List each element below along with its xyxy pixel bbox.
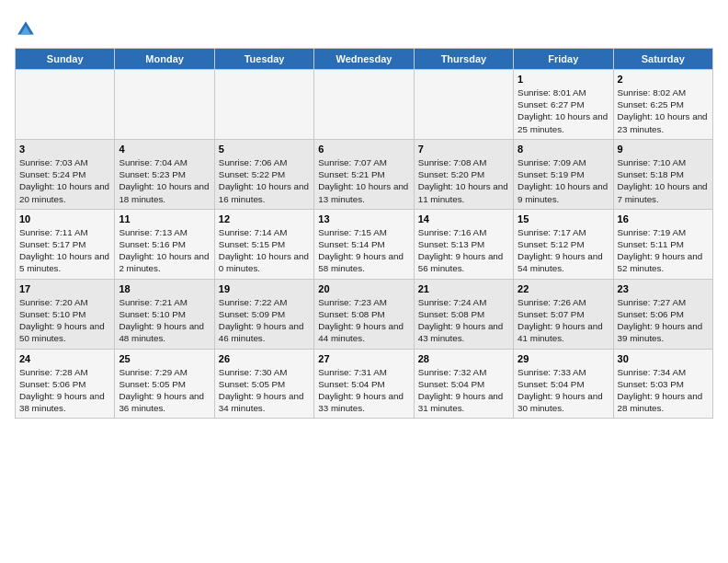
day-cell: 17Sunrise: 7:20 AM Sunset: 5:10 PM Dayli… [16, 279, 115, 349]
calendar-body: 1Sunrise: 8:01 AM Sunset: 6:27 PM Daylig… [16, 70, 713, 419]
weekday-header-monday: Monday [115, 49, 214, 70]
day-info: Sunrise: 7:30 AM Sunset: 5:05 PM Dayligh… [219, 366, 310, 415]
day-cell: 2Sunrise: 8:02 AM Sunset: 6:25 PM Daylig… [613, 70, 712, 140]
day-cell: 14Sunrise: 7:16 AM Sunset: 5:13 PM Dayli… [414, 209, 513, 279]
day-number: 26 [219, 353, 310, 364]
day-number: 27 [318, 353, 409, 364]
day-info: Sunrise: 7:32 AM Sunset: 5:04 PM Dayligh… [418, 366, 509, 415]
day-info: Sunrise: 7:24 AM Sunset: 5:08 PM Dayligh… [418, 296, 509, 345]
day-number: 18 [119, 283, 210, 294]
day-cell: 19Sunrise: 7:22 AM Sunset: 5:09 PM Dayli… [214, 279, 313, 349]
day-cell: 13Sunrise: 7:15 AM Sunset: 5:14 PM Dayli… [314, 209, 414, 279]
week-row-2: 3Sunrise: 7:03 AM Sunset: 5:24 PM Daylig… [16, 139, 713, 209]
weekday-row: SundayMondayTuesdayWednesdayThursdayFrid… [16, 49, 713, 70]
day-cell: 8Sunrise: 7:09 AM Sunset: 5:19 PM Daylig… [514, 139, 613, 209]
weekday-header-sunday: Sunday [16, 49, 115, 70]
calendar-header: SundayMondayTuesdayWednesdayThursdayFrid… [16, 49, 713, 70]
day-cell [214, 70, 313, 140]
day-cell: 15Sunrise: 7:17 AM Sunset: 5:12 PM Dayli… [514, 209, 613, 279]
day-cell: 18Sunrise: 7:21 AM Sunset: 5:10 PM Dayli… [115, 279, 214, 349]
day-number: 3 [19, 144, 110, 155]
day-cell: 16Sunrise: 7:19 AM Sunset: 5:11 PM Dayli… [613, 209, 712, 279]
day-cell: 9Sunrise: 7:10 AM Sunset: 5:18 PM Daylig… [613, 139, 712, 209]
day-cell [414, 70, 513, 140]
day-info: Sunrise: 7:27 AM Sunset: 5:06 PM Dayligh… [618, 296, 709, 345]
day-info: Sunrise: 7:08 AM Sunset: 5:20 PM Dayligh… [418, 156, 509, 205]
day-number: 14 [418, 213, 509, 224]
day-number: 19 [219, 283, 310, 294]
day-number: 24 [19, 353, 110, 364]
day-cell: 3Sunrise: 7:03 AM Sunset: 5:24 PM Daylig… [16, 139, 115, 209]
day-number: 7 [418, 144, 509, 155]
day-cell: 29Sunrise: 7:33 AM Sunset: 5:04 PM Dayli… [514, 349, 613, 419]
day-cell [16, 70, 115, 140]
day-cell: 4Sunrise: 7:04 AM Sunset: 5:23 PM Daylig… [115, 139, 214, 209]
day-number: 28 [418, 353, 509, 364]
day-info: Sunrise: 7:04 AM Sunset: 5:23 PM Dayligh… [119, 156, 210, 205]
day-cell: 1Sunrise: 8:01 AM Sunset: 6:27 PM Daylig… [514, 70, 613, 140]
day-info: Sunrise: 7:15 AM Sunset: 5:14 PM Dayligh… [318, 226, 409, 275]
day-info: Sunrise: 7:10 AM Sunset: 5:18 PM Dayligh… [618, 156, 709, 205]
day-info: Sunrise: 7:23 AM Sunset: 5:08 PM Dayligh… [318, 296, 409, 345]
day-number: 12 [219, 213, 310, 224]
day-cell: 20Sunrise: 7:23 AM Sunset: 5:08 PM Dayli… [314, 279, 414, 349]
day-cell [115, 70, 214, 140]
day-info: Sunrise: 7:33 AM Sunset: 5:04 PM Dayligh… [518, 366, 609, 415]
day-info: Sunrise: 7:13 AM Sunset: 5:16 PM Dayligh… [119, 226, 210, 275]
day-info: Sunrise: 8:01 AM Sunset: 6:27 PM Dayligh… [518, 86, 609, 135]
day-cell: 12Sunrise: 7:14 AM Sunset: 5:15 PM Dayli… [214, 209, 313, 279]
day-cell: 5Sunrise: 7:06 AM Sunset: 5:22 PM Daylig… [214, 139, 313, 209]
day-cell: 7Sunrise: 7:08 AM Sunset: 5:20 PM Daylig… [414, 139, 513, 209]
day-cell: 6Sunrise: 7:07 AM Sunset: 5:21 PM Daylig… [314, 139, 414, 209]
day-info: Sunrise: 7:17 AM Sunset: 5:12 PM Dayligh… [518, 226, 609, 275]
day-number: 10 [19, 213, 110, 224]
calendar-table: SundayMondayTuesdayWednesdayThursdayFrid… [15, 48, 713, 419]
day-cell [314, 70, 414, 140]
day-cell: 23Sunrise: 7:27 AM Sunset: 5:06 PM Dayli… [613, 279, 712, 349]
page: SundayMondayTuesdayWednesdayThursdayFrid… [0, 0, 728, 433]
day-number: 21 [418, 283, 509, 294]
day-number: 4 [119, 144, 210, 155]
logo [15, 18, 40, 40]
day-info: Sunrise: 7:16 AM Sunset: 5:13 PM Dayligh… [418, 226, 509, 275]
day-number: 6 [318, 144, 409, 155]
day-number: 8 [518, 144, 609, 155]
day-info: Sunrise: 7:03 AM Sunset: 5:24 PM Dayligh… [19, 156, 110, 205]
day-info: Sunrise: 7:28 AM Sunset: 5:06 PM Dayligh… [19, 366, 110, 415]
day-number: 22 [518, 283, 609, 294]
day-cell: 27Sunrise: 7:31 AM Sunset: 5:04 PM Dayli… [314, 349, 414, 419]
weekday-header-thursday: Thursday [414, 49, 513, 70]
day-number: 30 [618, 353, 709, 364]
day-number: 17 [19, 283, 110, 294]
day-number: 1 [518, 74, 609, 85]
day-cell: 30Sunrise: 7:34 AM Sunset: 5:03 PM Dayli… [613, 349, 712, 419]
day-number: 23 [618, 283, 709, 294]
day-number: 11 [119, 213, 210, 224]
day-number: 5 [219, 144, 310, 155]
day-info: Sunrise: 7:26 AM Sunset: 5:07 PM Dayligh… [518, 296, 609, 345]
day-cell: 11Sunrise: 7:13 AM Sunset: 5:16 PM Dayli… [115, 209, 214, 279]
logo-icon [15, 18, 37, 40]
week-row-5: 24Sunrise: 7:28 AM Sunset: 5:06 PM Dayli… [16, 349, 713, 419]
header [15, 15, 713, 40]
day-info: Sunrise: 7:20 AM Sunset: 5:10 PM Dayligh… [19, 296, 110, 345]
day-info: Sunrise: 7:06 AM Sunset: 5:22 PM Dayligh… [219, 156, 310, 205]
day-cell: 26Sunrise: 7:30 AM Sunset: 5:05 PM Dayli… [214, 349, 313, 419]
week-row-3: 10Sunrise: 7:11 AM Sunset: 5:17 PM Dayli… [16, 209, 713, 279]
day-number: 13 [318, 213, 409, 224]
day-cell: 22Sunrise: 7:26 AM Sunset: 5:07 PM Dayli… [514, 279, 613, 349]
weekday-header-wednesday: Wednesday [314, 49, 414, 70]
week-row-4: 17Sunrise: 7:20 AM Sunset: 5:10 PM Dayli… [16, 279, 713, 349]
weekday-header-tuesday: Tuesday [214, 49, 313, 70]
day-number: 20 [318, 283, 409, 294]
day-number: 9 [618, 144, 709, 155]
day-number: 15 [518, 213, 609, 224]
day-info: Sunrise: 7:21 AM Sunset: 5:10 PM Dayligh… [119, 296, 210, 345]
weekday-header-friday: Friday [514, 49, 613, 70]
day-number: 29 [518, 353, 609, 364]
day-cell: 24Sunrise: 7:28 AM Sunset: 5:06 PM Dayli… [16, 349, 115, 419]
day-info: Sunrise: 7:31 AM Sunset: 5:04 PM Dayligh… [318, 366, 409, 415]
day-cell: 21Sunrise: 7:24 AM Sunset: 5:08 PM Dayli… [414, 279, 513, 349]
week-row-1: 1Sunrise: 8:01 AM Sunset: 6:27 PM Daylig… [16, 70, 713, 140]
day-info: Sunrise: 8:02 AM Sunset: 6:25 PM Dayligh… [618, 86, 709, 135]
